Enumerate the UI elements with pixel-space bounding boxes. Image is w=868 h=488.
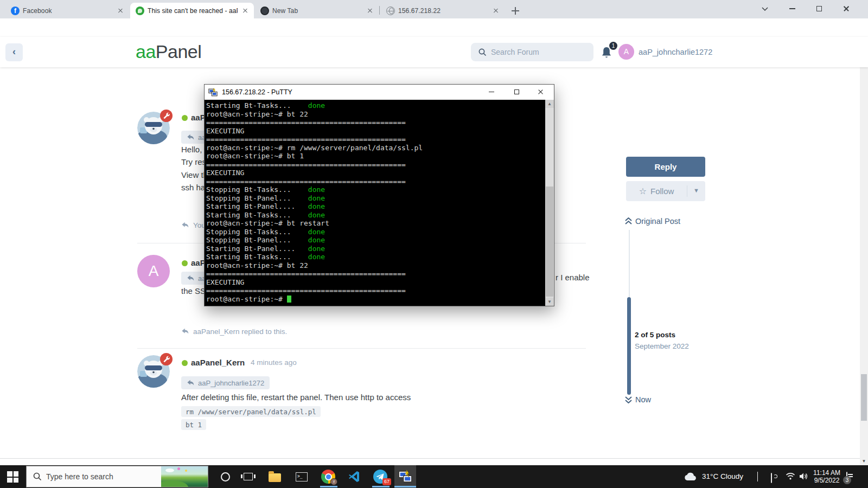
volume-icon[interactable] — [799, 472, 808, 480]
post3-body: After deleting this file, restart the pa… — [181, 393, 411, 402]
chrome-icon: f — [321, 470, 335, 484]
search-icon — [478, 48, 487, 56]
follow-main[interactable]: ☆Follow — [626, 181, 687, 201]
user-avatar[interactable]: A — [618, 44, 634, 60]
scroll-down-arrow-icon[interactable]: ▼ — [860, 457, 868, 465]
reply-arrow-icon — [187, 134, 195, 141]
putty-titlebar[interactable]: 156.67.218.22 - PuTTY — [205, 85, 554, 100]
taskbar-clock[interactable]: 11:14 AM 9/5/2022 — [812, 469, 842, 484]
tab-close-icon[interactable] — [241, 7, 250, 15]
putty-scrollbar[interactable]: ▲ ▼ — [545, 100, 554, 306]
post2-avatar[interactable]: A — [137, 255, 170, 287]
putty-minimize-button[interactable] — [480, 85, 503, 99]
putty-close-button[interactable] — [529, 85, 552, 99]
telegram-badge: 67 — [382, 478, 391, 485]
post3-online-dot — [182, 360, 188, 366]
start-button[interactable] — [7, 471, 18, 483]
browser-menu-chevron-icon[interactable] — [754, 0, 776, 17]
screen: f Facebook This site can't be reached - … — [0, 0, 868, 488]
taskbar-search-input[interactable] — [46, 472, 155, 481]
scrubber-handle[interactable] — [627, 297, 631, 395]
cortana-icon — [221, 472, 230, 481]
tab-new-tab[interactable]: New Tab — [255, 3, 379, 18]
window-close-button[interactable] — [835, 0, 857, 17]
follow-button[interactable]: ☆Follow ▼ — [626, 181, 705, 201]
reply-arrow-icon — [181, 222, 189, 229]
putty-maximize-button[interactable] — [505, 85, 528, 99]
chrome-running-indicator — [320, 486, 337, 487]
forum-search-input[interactable] — [491, 48, 583, 56]
header-username[interactable]: aaP_johncharlie1272 — [639, 48, 712, 56]
now-link[interactable]: Now — [625, 395, 651, 404]
original-post-link[interactable]: Original Post — [625, 217, 680, 226]
window-minimize-button[interactable] — [781, 0, 803, 17]
putty-scroll-down-icon[interactable]: ▼ — [545, 298, 554, 306]
tab-close-icon[interactable] — [492, 7, 500, 15]
tray-expand-chevron-icon[interactable] — [757, 472, 758, 482]
terminal-line: ========================================… — [206, 286, 537, 295]
post2-replied-footer[interactable]: aaPanel_Kern replied to this. — [181, 328, 287, 336]
terminal-line: root@acn-stripe:~# rm /www/server/panel/… — [206, 144, 537, 152]
terminal-line: EXECUTING — [206, 169, 537, 177]
notifications-button[interactable]: 1 — [600, 42, 616, 62]
post2-author[interactable]: aaP — [191, 258, 206, 267]
facebook-favicon-icon: f — [11, 7, 20, 15]
telegram-taskbar-button[interactable]: 67 — [369, 465, 391, 488]
weather-cloud-icon[interactable] — [684, 472, 698, 481]
task-view-button[interactable] — [237, 465, 259, 488]
terminal-line: Starting Bt-Tasks... done — [206, 211, 537, 220]
page-scrollbar-thumb[interactable] — [861, 374, 867, 421]
putty-icon — [398, 470, 412, 484]
post3-code1: rm /www/server/panel/data/ssl.pl — [181, 406, 321, 417]
post1-replied-footer[interactable]: You — [181, 221, 206, 229]
terminal-icon: >_ — [296, 472, 308, 481]
taskbar-search[interactable] — [26, 466, 208, 487]
tab-title: This site can't be reached - aaPan — [148, 7, 238, 15]
forum-back-button[interactable]: ‹ — [5, 43, 23, 61]
cast-screen-icon[interactable] — [771, 473, 772, 483]
cortana-button[interactable] — [214, 465, 236, 488]
command-prompt-button[interactable]: >_ — [291, 465, 312, 488]
window-maximize-button[interactable] — [808, 0, 830, 17]
post3-code1-wrap: rm /www/server/panel/data/ssl.pl — [181, 406, 321, 417]
putty-taskbar-button[interactable] — [394, 465, 416, 488]
forum-search[interactable] — [471, 43, 593, 61]
tab-site-cant-be-reached[interactable]: This site can't be reached - aaPan — [130, 3, 254, 18]
tab-ip-address[interactable]: 156.67.218.22 — [381, 3, 505, 18]
folder-icon — [269, 473, 281, 482]
putty-scrollbar-thumb[interactable] — [546, 187, 553, 297]
reply-badge-label: aaP_johncharlie1272 — [198, 379, 264, 387]
action-center-button[interactable]: 3 — [846, 472, 847, 482]
clock-time: 11:14 AM — [812, 469, 842, 477]
taskbar: >_ f 67 31°C Cloudy — [0, 465, 868, 488]
forum-logo[interactable]: aaPanel — [136, 41, 201, 62]
wifi-icon[interactable] — [786, 472, 795, 480]
reply-arrow-icon — [187, 380, 195, 387]
reply-button[interactable]: Reply — [626, 157, 705, 177]
putty-scroll-up-icon[interactable]: ▲ — [545, 100, 554, 108]
now-label: Now — [635, 395, 651, 404]
terminal-line: ========================================… — [206, 177, 537, 186]
logo-green: aa — [136, 41, 156, 62]
page-scrollbar[interactable]: ▲ ▼ — [860, 37, 868, 465]
tab-close-icon[interactable] — [366, 7, 374, 15]
vscode-taskbar-button[interactable] — [343, 465, 365, 488]
terminal-line: root@acn-stripe:~# bt 22 — [206, 261, 537, 270]
tab-separator — [379, 6, 380, 15]
chrome-taskbar-button[interactable]: f — [317, 465, 339, 488]
follow-star-icon: ☆ — [639, 186, 647, 196]
notification-count-badge: 3 — [843, 476, 851, 484]
putty-terminal[interactable]: Starting Bt-Tasks... doneroot@acn-stripe… — [206, 101, 537, 303]
post3-reply-badge[interactable]: aaP_johncharlie1272 — [181, 376, 270, 389]
post1-author[interactable]: aaP — [191, 113, 206, 122]
post3-code2-wrap: bt 1 — [181, 419, 206, 430]
terminal-line: root@acn-stripe:~# bt restart — [206, 219, 537, 228]
weather-text[interactable]: 31°C Cloudy — [702, 472, 743, 480]
post3-author[interactable]: aaPanel_Kern — [191, 358, 245, 367]
tab-facebook[interactable]: f Facebook — [5, 3, 129, 18]
new-tab-button[interactable] — [509, 4, 522, 17]
follow-dropdown-caret-icon[interactable]: ▼ — [687, 181, 705, 201]
tab-close-icon[interactable] — [116, 7, 125, 15]
file-explorer-button[interactable] — [264, 465, 285, 488]
terminal-line: Stopping Bt-Tasks... done — [206, 228, 537, 236]
